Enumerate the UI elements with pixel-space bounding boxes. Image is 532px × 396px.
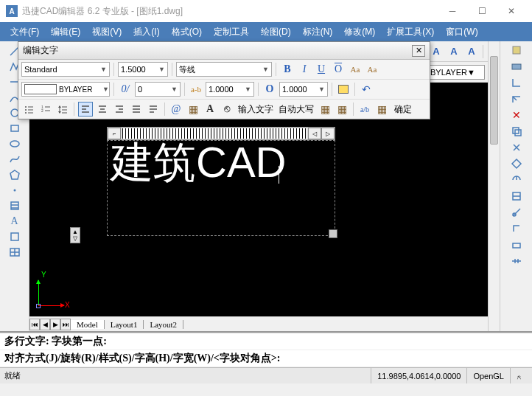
rect-tool-icon[interactable] [8, 122, 21, 135]
italic-button[interactable]: I [297, 62, 312, 77]
close-button[interactable]: ✕ [497, 0, 526, 22]
tab-next-button[interactable]: ▶ [50, 319, 60, 330]
menu-file[interactable]: 文件(F) [4, 24, 45, 40]
text-input-box[interactable]: 建筑CAD [107, 140, 335, 236]
calc-button[interactable]: ▦ [374, 102, 389, 117]
separator [483, 45, 483, 58]
rtool-12-icon[interactable] [508, 221, 525, 236]
mtext-editor[interactable]: ⌐ ◁ ▷ 建筑CAD ▲ ▽ [107, 127, 335, 236]
svg-rect-10 [11, 233, 18, 240]
text-tool-icon[interactable]: A [8, 215, 21, 228]
hatch-tool-icon[interactable] [8, 199, 21, 212]
scrollbar-thumb[interactable] [490, 56, 498, 145]
ellipse-tool-icon[interactable] [8, 137, 21, 150]
bullets-button[interactable] [21, 102, 36, 117]
case-dn-button[interactable]: Aa [365, 62, 379, 77]
align-justify-button[interactable] [129, 102, 144, 117]
tab-first-button[interactable]: ⏮ [29, 319, 40, 330]
width-combo[interactable]: 1.0000▼ [279, 82, 328, 97]
ok-button[interactable]: 确定 [391, 103, 415, 116]
dialog-close-button[interactable]: ✕ [412, 45, 425, 57]
underline-button[interactable]: U [314, 62, 329, 77]
rtool-6-icon[interactable] [508, 124, 525, 139]
align-dist-button[interactable] [146, 102, 161, 117]
numbering-button[interactable]: 12 [38, 102, 53, 117]
polygon-tool-icon[interactable] [8, 168, 21, 181]
point-tool-icon[interactable] [8, 184, 21, 197]
tab-layout1[interactable]: Layout1 [105, 320, 144, 329]
menu-draw[interactable]: 绘图(D) [255, 24, 297, 40]
rtool-2-icon[interactable] [508, 59, 525, 74]
color-combo[interactable]: BYLAYER ▼ [21, 82, 110, 97]
menu-edit[interactable]: 编辑(E) [45, 24, 86, 40]
rtool-14-icon[interactable] [508, 254, 525, 268]
font-a-button[interactable]: A [203, 102, 217, 117]
command-input[interactable]: 对齐方式(J)/旋转(R)/样式(S)/字高(H)/字宽(W)/<字块对角点>: [0, 350, 532, 367]
textstyle-a1-icon[interactable]: A [428, 44, 444, 60]
vertical-handle[interactable]: ▲ ▽ [70, 227, 80, 243]
ruler-toggle-button[interactable]: ▦ [318, 102, 332, 117]
rtool-7-icon[interactable] [508, 140, 525, 155]
rtool-4-icon[interactable] [508, 91, 525, 106]
vertical-scrollbar[interactable] [488, 41, 500, 331]
menu-insert[interactable]: 插入(I) [127, 24, 165, 40]
rtool-13-icon[interactable] [508, 237, 525, 252]
menu-dimension[interactable]: 标注(N) [297, 24, 339, 40]
textsize-combo[interactable]: 1.5000▼ [118, 62, 168, 77]
status-compass-icon[interactable]: ⍲ [510, 368, 528, 383]
oblique-combo[interactable]: 0▼ [135, 82, 181, 97]
rtool-3-icon[interactable] [508, 75, 525, 90]
stack-button[interactable]: a/b [357, 102, 372, 117]
tab-layout2[interactable]: Layout2 [144, 320, 183, 329]
align-left-button[interactable] [78, 102, 93, 117]
tab-model[interactable]: Model [71, 320, 105, 329]
menu-view[interactable]: 视图(V) [86, 24, 127, 40]
ruler-left-arrow-icon[interactable]: ◁ [308, 128, 321, 139]
linespace-button[interactable] [55, 102, 70, 117]
tab-prev-button[interactable]: ◀ [40, 319, 50, 330]
rtool-11-icon[interactable] [508, 205, 525, 220]
bold-button[interactable]: B [280, 62, 295, 77]
dropdown-icon: ▼ [260, 66, 269, 73]
ruler-right-arrow-icon[interactable]: ▷ [321, 128, 335, 139]
case-up-button[interactable]: Aa [348, 62, 363, 77]
options-button[interactable]: ▦ [335, 102, 349, 117]
tab-last-button[interactable]: ⏭ [60, 319, 71, 330]
text-content[interactable]: 建筑CAD [108, 135, 289, 189]
undo-button[interactable]: ↶ [359, 82, 374, 97]
menu-format[interactable]: 格式(O) [166, 24, 208, 40]
rtool-delete-icon[interactable]: ✕ [508, 108, 525, 122]
align-center-button[interactable] [95, 102, 110, 117]
menu-window[interactable]: 窗口(W) [440, 24, 483, 40]
rtool-9-icon[interactable] [508, 173, 525, 187]
align-right-button[interactable] [112, 102, 127, 117]
menu-modify[interactable]: 修改(M) [338, 24, 381, 40]
spline-tool-icon[interactable] [8, 153, 21, 166]
svg-text:2: 2 [41, 108, 43, 113]
textstyle-combo[interactable]: Standard▼ [21, 62, 110, 77]
rtool-1-icon[interactable] [508, 43, 525, 58]
rtool-10-icon[interactable] [508, 189, 525, 204]
mask-button[interactable] [336, 82, 351, 97]
fontname-combo[interactable]: 等线▼ [176, 62, 272, 77]
rtool-8-icon[interactable] [508, 156, 525, 171]
table-tool-icon[interactable] [8, 246, 21, 259]
tracking-button[interactable]: a-b [189, 82, 203, 97]
menu-customtools[interactable]: 定制工具 [208, 24, 255, 40]
menu-exttools[interactable]: 扩展工具(X) [381, 24, 440, 40]
oblique-button[interactable]: 0/ [118, 82, 133, 97]
lock-button[interactable]: ⎋ [220, 102, 234, 117]
textstyle-a2-icon[interactable]: A [446, 44, 462, 60]
overline-button[interactable]: O [331, 62, 346, 77]
dialog-titlebar[interactable]: 编辑文字 ✕ [18, 42, 430, 60]
symbol-button[interactable]: @ [169, 102, 183, 117]
resize-handle-icon[interactable] [329, 229, 337, 238]
field-button[interactable]: ▦ [186, 102, 200, 117]
maximize-button[interactable]: ☐ [467, 0, 497, 22]
textstyle-a3-icon[interactable]: A [463, 44, 480, 60]
tracking-combo[interactable]: 1.0000▼ [206, 82, 254, 97]
region-tool-icon[interactable] [8, 230, 21, 243]
minimize-button[interactable]: ─ [438, 0, 467, 22]
separator [113, 63, 114, 76]
width-button[interactable]: O [262, 82, 277, 97]
